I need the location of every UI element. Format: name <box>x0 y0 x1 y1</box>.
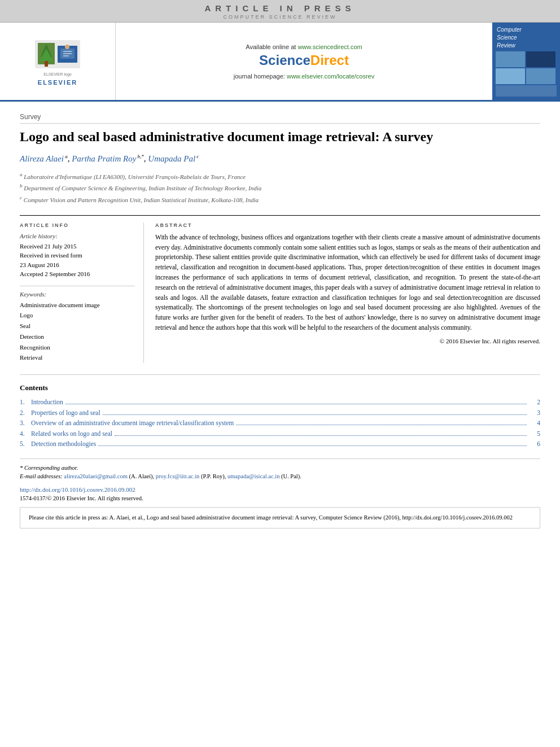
science-word: Science <box>259 53 310 68</box>
contents-page-3: 4 <box>529 420 540 426</box>
cover-image-row-1 <box>496 51 557 67</box>
journal-homepage-line: journal homepage: www.elsevier.com/locat… <box>234 73 374 80</box>
elsevier-tree-icon: ELSEVIER logo <box>29 37 86 77</box>
elsevier-text: ELSEVIER <box>38 79 77 86</box>
svg-text:ELSEVIER logo: ELSEVIER logo <box>43 72 72 77</box>
issn-text: 1574-0137/© 2016 Elsevier Inc. All right… <box>20 495 540 501</box>
contents-page-2: 3 <box>529 409 540 416</box>
journal-cover: Computer Science Review <box>496 26 557 97</box>
doi-link[interactable]: http://dx.doi.org/10.1016/j.cosrev.2016.… <box>20 486 540 493</box>
aip-journal: COMPUTER SCIENCE REVIEW <box>0 14 560 20</box>
article-info-header: ARTICLE INFO <box>20 222 135 228</box>
contents-page-5: 6 <box>529 440 540 447</box>
contents-link-2[interactable]: Properties of logo and seal <box>31 409 100 416</box>
contents-section: Contents 1. Introduction 2 2. Properties… <box>20 374 540 448</box>
affiliation-b: b Department of Computer Science & Engin… <box>20 182 540 193</box>
history-line-4: Accepted 2 September 2016 <box>20 269 135 279</box>
contents-num-2: 2. <box>20 409 31 416</box>
keyword-3: Seal <box>20 321 135 331</box>
svg-point-8 <box>65 45 69 49</box>
svg-rect-10 <box>63 53 72 54</box>
affiliation-c: c Computer Vision and Pattern Recognitio… <box>20 194 540 205</box>
cover-image-row-2 <box>496 68 557 84</box>
author-pal-link[interactable]: Umapada Pal <box>148 154 195 163</box>
cover-images <box>496 51 557 97</box>
authors-line: Alireza Alaei a, Partha Pratim Roy b,*, … <box>20 154 540 164</box>
journal-header: ELSEVIER logo ELSEVIER Available online … <box>0 23 560 102</box>
contents-dots-5 <box>98 440 527 447</box>
author-alaei-link[interactable]: Alireza Alaei <box>20 154 64 163</box>
journal-homepage-link[interactable]: www.elsevier.com/locate/cosrev <box>287 73 374 80</box>
citation-text: Please cite this article in press as: A.… <box>29 514 513 521</box>
contents-link-5[interactable]: Detection methodologies <box>31 440 96 447</box>
author-roy-sup: b,* <box>136 154 144 159</box>
contents-link-1[interactable]: Introduction <box>31 399 63 405</box>
available-online-text: Available online at www.sciencedirect.co… <box>246 43 362 50</box>
article-history-section: Article history: Received 21 July 2015 R… <box>20 233 135 279</box>
contents-dots-2 <box>103 408 527 415</box>
info-abstract-section: ARTICLE INFO Article history: Received 2… <box>20 215 540 363</box>
email-addresses-line: E-mail addresses: alireza20alaei@gmail.c… <box>20 473 540 479</box>
keyword-4: Detection <box>20 331 135 342</box>
contents-page-1: 2 <box>529 399 540 405</box>
cover-image-5 <box>496 85 557 97</box>
contents-item-3: 3. Overview of an administrative documen… <box>20 419 540 427</box>
contents-dots-3 <box>236 419 527 426</box>
keywords-section: Keywords: Administrative document image … <box>20 286 135 363</box>
contents-item-5: 5. Detection methodologies 6 <box>20 440 540 448</box>
main-content: Survey Logo and seal based administrativ… <box>0 102 560 540</box>
article-history-text: Received 21 July 2015 Received in revise… <box>20 242 135 279</box>
cover-image-4 <box>526 68 555 84</box>
contents-link-4[interactable]: Related works on logo and seal <box>31 430 112 437</box>
history-line-2: Received in revised form <box>20 251 135 260</box>
contents-page-4: 5 <box>529 430 540 437</box>
contents-link-3[interactable]: Overview of an administrative document i… <box>31 420 234 426</box>
keywords-label: Keywords: <box>20 291 135 298</box>
author-pal-sup: c <box>195 154 199 159</box>
footer-section: * Corresponding author. E-mail addresses… <box>20 458 540 479</box>
keyword-6: Retrieval <box>20 352 135 363</box>
svg-rect-6 <box>45 61 48 67</box>
svg-rect-9 <box>63 51 72 52</box>
sciencedirect-brand: ScienceDirect <box>259 53 349 68</box>
direct-word: Direct <box>310 53 349 68</box>
contents-num-3: 3. <box>20 420 31 426</box>
cover-image-1 <box>496 51 525 67</box>
affiliation-a: a Laboratoire d'Informatique (LI EA6300)… <box>20 171 540 182</box>
elsevier-logo-section: ELSEVIER logo ELSEVIER <box>0 23 116 100</box>
sciencedirect-url-link[interactable]: www.sciencedirect.com <box>298 43 362 50</box>
elsevier-logo: ELSEVIER logo ELSEVIER <box>29 37 86 86</box>
contents-num-1: 1. <box>20 399 31 405</box>
svg-rect-11 <box>63 55 69 56</box>
email-roy[interactable]: proy.fcs@iitr.ac.in <box>156 473 200 479</box>
history-line-1: Received 21 July 2015 <box>20 242 135 251</box>
cover-image-row-3 <box>496 85 557 97</box>
keyword-1: Administrative document image <box>20 300 135 311</box>
contents-dots-4 <box>115 429 527 436</box>
abstract-header: ABSTRACT <box>155 222 540 228</box>
contents-num-4: 4. <box>20 430 31 437</box>
copyright-notice: © 2016 Elsevier Inc. All rights reserved… <box>155 338 540 344</box>
aip-title: ARTICLE IN PRESS <box>0 3 560 13</box>
affiliations-section: a Laboratoire d'Informatique (LI EA6300)… <box>20 171 540 205</box>
citation-box: Please cite this article in press as: A.… <box>20 507 540 528</box>
contents-item-4: 4. Related works on logo and seal 5 <box>20 429 540 437</box>
journal-center-header: Available online at www.sciencedirect.co… <box>116 23 492 100</box>
history-line-3: 23 August 2016 <box>20 260 135 270</box>
email-pal[interactable]: umapada@isical.ac.in <box>228 473 279 479</box>
author-alaei-sup: a <box>64 154 68 159</box>
article-info-column: ARTICLE INFO Article history: Received 2… <box>20 222 144 363</box>
journal-cover-section: Computer Science Review <box>492 23 560 100</box>
keyword-2: Logo <box>20 310 135 321</box>
author-roy-link[interactable]: Partha Pratim Roy <box>72 154 136 163</box>
contents-item-1: 1. Introduction 2 <box>20 398 540 406</box>
article-history-label: Article history: <box>20 233 135 239</box>
article-in-press-banner: ARTICLE IN PRESS COMPUTER SCIENCE REVIEW <box>0 0 560 23</box>
cover-image-3 <box>496 68 525 84</box>
contents-item-2: 2. Properties of logo and seal 3 <box>20 408 540 416</box>
contents-title: Contents <box>20 383 540 392</box>
article-title: Logo and seal based administrative docum… <box>20 128 540 145</box>
email-alaei[interactable]: alireza20alaei@gmail.com <box>64 473 128 479</box>
section-type-label: Survey <box>20 113 540 124</box>
cover-image-2 <box>526 51 555 67</box>
